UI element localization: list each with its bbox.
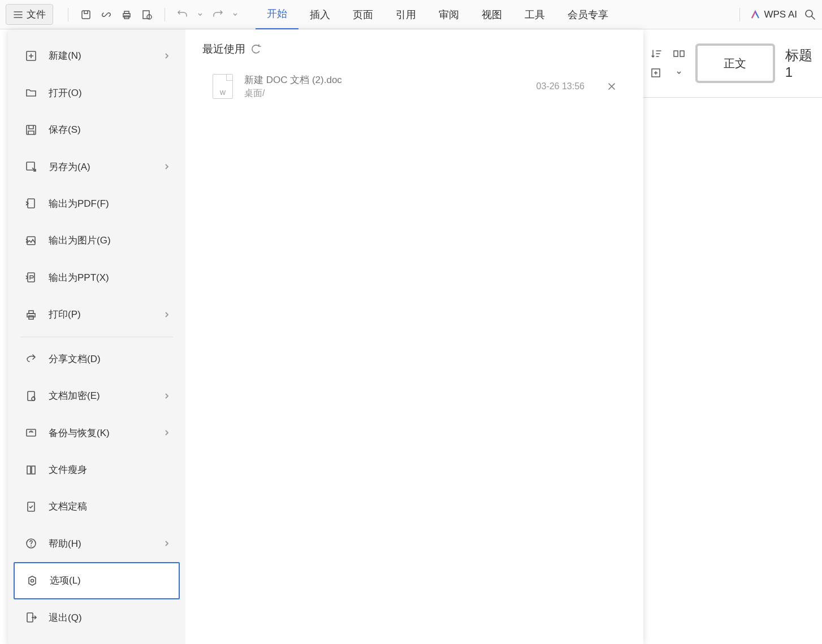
separator (165, 8, 165, 21)
menu-item-backup[interactable]: 备份与恢复(K) (14, 414, 180, 451)
menu-item-help[interactable]: 帮助(H) (14, 525, 180, 562)
menu-label: 文件瘦身 (49, 463, 170, 476)
menu-item-export-pdf[interactable]: 输出为PDF(F) (14, 185, 180, 222)
tab-tools[interactable]: 工具 (513, 0, 556, 29)
menu-label: 保存(S) (49, 123, 170, 136)
menu-label: 退出(Q) (49, 611, 170, 624)
options-icon (25, 573, 40, 588)
menu-label: 输出为PPT(X) (49, 271, 170, 284)
recent-file-time: 03-26 13:56 (537, 81, 585, 92)
print-icon[interactable] (120, 8, 133, 21)
file-slim-icon (24, 463, 38, 477)
encrypt-icon (24, 389, 38, 403)
svg-rect-17 (29, 311, 33, 314)
recent-file-name: 新建 DOC 文档 (2).doc (244, 73, 537, 86)
wps-ai-logo-icon (750, 10, 760, 20)
chevron-down-icon[interactable] (673, 67, 685, 79)
menu-label: 输出为图片(G) (49, 234, 170, 247)
file-menu-label: 文件 (27, 8, 46, 21)
menu-label: 文档定稿 (49, 500, 170, 513)
recent-files-panel: 最近使用 W 新建 DOC 文档 (2).doc 桌面/ 03-26 13:56 (185, 29, 643, 644)
chevron-down-icon[interactable] (197, 8, 204, 21)
svg-rect-18 (29, 316, 33, 319)
file-dropdown-panel: 新建(N) 打开(O) 保存(S) 另存为(A) (8, 29, 643, 644)
separator (739, 8, 740, 21)
chevron-right-icon (164, 52, 170, 60)
recent-file-path: 桌面/ (244, 88, 537, 99)
chevron-down-icon[interactable] (232, 8, 239, 21)
recent-file-info: 新建 DOC 文档 (2).doc 桌面/ (244, 73, 537, 99)
menu-label: 选项(L) (50, 574, 168, 587)
exit-icon (24, 610, 38, 625)
menu-item-slim[interactable]: 文件瘦身 (14, 451, 180, 488)
wps-ai-button[interactable]: WPS AI (750, 9, 797, 20)
chevron-right-icon (164, 163, 170, 171)
export-pdf-icon (24, 196, 38, 211)
separator (68, 8, 68, 21)
tab-page[interactable]: 页面 (341, 0, 384, 29)
save-icon (24, 123, 38, 137)
redo-icon[interactable] (211, 8, 224, 21)
new-file-icon (24, 49, 38, 63)
recent-header: 最近使用 (202, 42, 626, 56)
style-heading1-button[interactable]: 标题 1 (785, 46, 822, 80)
undo-icon[interactable] (176, 8, 189, 21)
svg-rect-22 (27, 466, 31, 474)
insert-object-icon[interactable] (650, 67, 663, 79)
help-icon (24, 536, 38, 551)
hamburger-icon (13, 10, 23, 20)
open-folder-icon (24, 85, 38, 100)
menu-item-open[interactable]: 打开(O) (14, 74, 180, 111)
menu-item-options[interactable]: 选项(L) (14, 562, 180, 599)
menu-label: 打印(P) (49, 308, 164, 321)
menu-label: 备份与恢复(K) (49, 427, 164, 440)
menu-item-exit[interactable]: 退出(Q) (14, 599, 180, 636)
search-icon[interactable] (804, 8, 816, 21)
svg-rect-9 (680, 51, 684, 56)
menu-item-saveas[interactable]: 另存为(A) (14, 148, 180, 185)
menu-item-save[interactable]: 保存(S) (14, 111, 180, 148)
doc-file-icon: W (213, 74, 233, 99)
menu-item-export-image[interactable]: 输出为图片(G) (14, 222, 180, 259)
chevron-right-icon (164, 392, 170, 400)
menu-item-print[interactable]: 打印(P) (14, 296, 180, 333)
save-as-icon (24, 159, 38, 174)
print-preview-icon[interactable] (141, 8, 153, 21)
style-body-button[interactable]: 正文 (695, 43, 775, 83)
tab-start[interactable]: 开始 (256, 0, 298, 30)
top-toolbar: 文件 开始 插入 页面 引用 审阅 (0, 0, 822, 29)
chevron-right-icon (164, 539, 170, 547)
close-icon[interactable] (607, 82, 616, 91)
finalize-icon (24, 499, 38, 514)
backup-icon (24, 425, 38, 440)
text-wrap-icon[interactable] (673, 47, 685, 60)
tab-view[interactable]: 视图 (470, 0, 513, 29)
share-icon (24, 351, 38, 366)
recent-file-item[interactable]: W 新建 DOC 文档 (2).doc 桌面/ 03-26 13:56 (202, 68, 626, 105)
recent-header-label: 最近使用 (202, 42, 245, 56)
sort-icon[interactable] (650, 47, 663, 60)
menu-item-new[interactable]: 新建(N) (14, 37, 180, 74)
tab-member[interactable]: 会员专享 (556, 0, 620, 29)
refresh-icon[interactable] (251, 44, 261, 54)
svg-rect-23 (32, 466, 35, 474)
menu-item-finalize[interactable]: 文档定稿 (14, 488, 180, 525)
menu-label: 文档加密(E) (49, 389, 164, 402)
menu-label: 输出为PDF(F) (49, 197, 170, 210)
link-icon[interactable] (100, 8, 113, 21)
menu-label: 新建(N) (49, 49, 164, 62)
svg-rect-8 (674, 51, 678, 56)
svg-rect-16 (27, 314, 35, 317)
tab-reference[interactable]: 引用 (384, 0, 427, 29)
svg-point-6 (806, 10, 812, 17)
menu-item-export-ppt[interactable]: 输出为PPT(X) (14, 259, 180, 296)
export-ppt-icon (24, 270, 38, 285)
file-menu-sidebar: 新建(N) 打开(O) 保存(S) 另存为(A) (8, 29, 185, 644)
tab-review[interactable]: 审阅 (427, 0, 470, 29)
file-ext-badge: W (220, 89, 226, 96)
save-icon[interactable] (80, 8, 92, 21)
tab-insert[interactable]: 插入 (298, 0, 341, 29)
file-menu-button[interactable]: 文件 (6, 4, 53, 25)
menu-item-share[interactable]: 分享文档(D) (14, 340, 180, 377)
menu-item-encrypt[interactable]: 文档加密(E) (14, 377, 180, 414)
